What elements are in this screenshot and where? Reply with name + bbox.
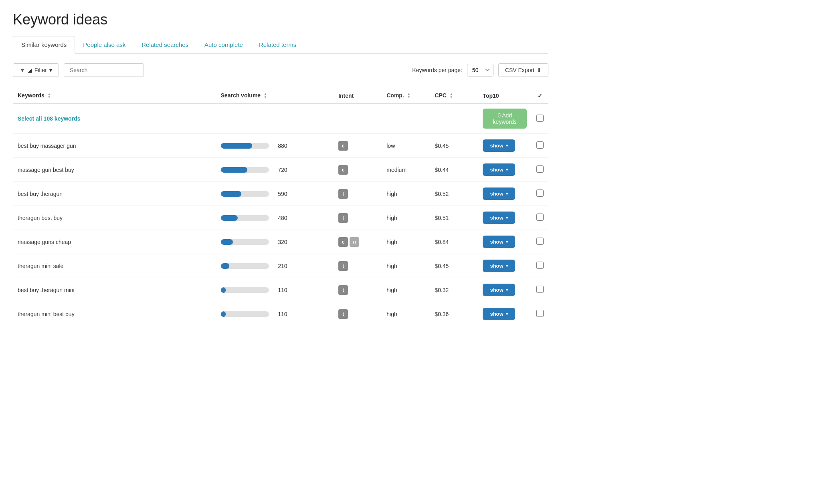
select-all-link[interactable]: Select all 108 keywords [18, 115, 80, 122]
csv-export-button[interactable]: CSV Export ⬇ [498, 63, 548, 77]
volume-cell: 110 [216, 302, 334, 326]
show-cell: show ▾ [478, 278, 532, 302]
row-checkbox[interactable] [536, 214, 544, 221]
row-check-cell [532, 230, 548, 254]
comp-cell: low [382, 134, 430, 158]
intent-badge-n: n [350, 237, 359, 247]
keywords-table-container: Keywords ▲▼ Search volume ▲▼ Intent Comp… [13, 88, 548, 326]
volume-bar-fill [221, 215, 238, 221]
table-row: best buy massager gun880clow$0.45show ▾ [13, 134, 548, 158]
add-keywords-button[interactable]: 0 Add keywords [483, 109, 527, 129]
show-button[interactable]: show ▾ [483, 260, 515, 272]
table-row: massage guns cheap320cnhigh$0.84show ▾ [13, 230, 548, 254]
col-header-cpc[interactable]: CPC ▲▼ [430, 88, 478, 103]
row-check-cell [532, 278, 548, 302]
select-all-row: Select all 108 keywords 0 Add keywords [13, 103, 548, 134]
tab-related-searches[interactable]: Related searches [133, 36, 196, 53]
intent-badge-t: t [338, 261, 348, 271]
volume-cell: 110 [216, 278, 334, 302]
row-checkbox[interactable] [536, 190, 544, 197]
show-button[interactable]: show ▾ [483, 236, 515, 248]
keywords-table: Keywords ▲▼ Search volume ▲▼ Intent Comp… [13, 88, 548, 326]
comp-cell: high [382, 254, 430, 278]
show-button[interactable]: show ▾ [483, 163, 515, 176]
intent-cell: t [334, 254, 382, 278]
volume-bar-fill [221, 143, 252, 149]
col-header-volume[interactable]: Search volume ▲▼ [216, 88, 334, 103]
search-input[interactable] [64, 63, 144, 77]
intent-cell: c [334, 134, 382, 158]
select-all-checkbox[interactable] [536, 115, 544, 122]
cpc-cell: $0.32 [430, 278, 478, 302]
row-checkbox[interactable] [536, 238, 544, 245]
keyword-cell: theragun best buy [13, 206, 216, 230]
row-checkbox[interactable] [536, 262, 544, 269]
sort-icon-keywords: ▲▼ [48, 93, 51, 99]
show-button[interactable]: show ▾ [483, 187, 515, 200]
volume-cell: 880 [216, 134, 334, 158]
volume-bar-fill [221, 167, 247, 173]
show-chevron-icon: ▾ [506, 143, 508, 148]
header-checkmark-icon: ✓ [538, 93, 542, 99]
comp-cell: high [382, 302, 430, 326]
tab-similar-keywords[interactable]: Similar keywords [13, 36, 75, 54]
row-check-cell [532, 134, 548, 158]
keyword-cell: theragun mini best buy [13, 302, 216, 326]
col-header-intent: Intent [334, 88, 382, 103]
col-header-checkbox: ✓ [532, 88, 548, 103]
show-cell: show ▾ [478, 302, 532, 326]
intent-cell: c [334, 158, 382, 182]
filter-button[interactable]: ▼ ◢ Filter ▾ [13, 63, 59, 77]
show-chevron-icon: ▾ [506, 240, 508, 244]
intent-badge-t: t [338, 309, 348, 319]
keyword-cell: massage guns cheap [13, 230, 216, 254]
show-cell: show ▾ [478, 206, 532, 230]
row-check-cell [532, 254, 548, 278]
show-cell: show ▾ [478, 230, 532, 254]
show-cell: show ▾ [478, 134, 532, 158]
row-check-cell [532, 302, 548, 326]
row-checkbox[interactable] [536, 286, 544, 293]
sort-icon-volume: ▲▼ [264, 93, 267, 99]
tab-auto-complete[interactable]: Auto complete [196, 36, 251, 53]
row-checkbox[interactable] [536, 141, 544, 149]
cpc-cell: $0.45 [430, 134, 478, 158]
intent-badge-t: t [338, 285, 348, 295]
volume-value: 880 [273, 143, 287, 149]
table-row: theragun best buy480thigh$0.51show ▾ [13, 206, 548, 230]
intent-cell: t [334, 182, 382, 206]
cpc-cell: $0.36 [430, 302, 478, 326]
volume-value: 480 [273, 215, 287, 221]
col-header-comp[interactable]: Comp. ▲▼ [382, 88, 430, 103]
show-chevron-icon: ▾ [506, 216, 508, 220]
intent-badge-t: t [338, 213, 348, 223]
intent-cell: t [334, 278, 382, 302]
intent-cell: cn [334, 230, 382, 254]
show-button[interactable]: show ▾ [483, 284, 515, 296]
show-chevron-icon: ▾ [506, 192, 508, 196]
keyword-cell: theragun mini sale [13, 254, 216, 278]
sort-icon-comp: ▲▼ [407, 93, 410, 99]
row-checkbox[interactable] [536, 310, 544, 317]
show-button[interactable]: show ▾ [483, 212, 515, 224]
volume-cell: 210 [216, 254, 334, 278]
intent-cell: t [334, 206, 382, 230]
show-button[interactable]: show ▾ [483, 139, 515, 152]
comp-cell: high [382, 206, 430, 230]
keywords-per-page-select[interactable]: 10 25 50 100 [467, 64, 493, 77]
table-row: theragun mini sale210thigh$0.45show ▾ [13, 254, 548, 278]
intent-badge-c: c [338, 165, 348, 175]
show-chevron-icon: ▾ [506, 264, 508, 268]
volume-value: 210 [273, 263, 287, 269]
table-row: best buy theragun590thigh$0.52show ▾ [13, 182, 548, 206]
row-checkbox[interactable] [536, 165, 544, 173]
tab-related-terms[interactable]: Related terms [251, 36, 304, 53]
comp-cell: high [382, 182, 430, 206]
volume-value: 720 [273, 167, 287, 173]
row-check-cell [532, 206, 548, 230]
table-row: massage gun best buy720cmedium$0.44show … [13, 158, 548, 182]
show-button[interactable]: show ▾ [483, 308, 515, 320]
col-header-keywords[interactable]: Keywords ▲▼ [13, 88, 216, 103]
comp-cell: medium [382, 158, 430, 182]
tab-people-also-ask[interactable]: People also ask [75, 36, 133, 53]
